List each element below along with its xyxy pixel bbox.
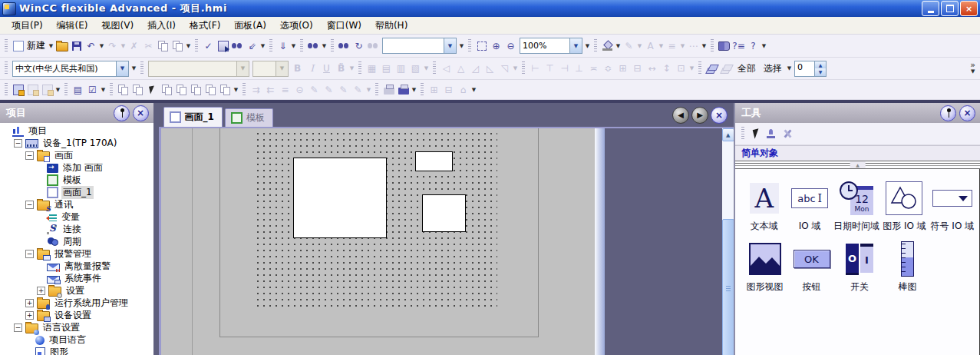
transfer-dropdown-arrow[interactable]: ▼	[259, 43, 266, 49]
toolbar-grip[interactable]	[5, 61, 8, 75]
menu-item-project[interactable]: 项目(P)	[5, 18, 50, 34]
zoom-toolbar-overflow[interactable]: ▼	[584, 43, 591, 49]
tree-expander[interactable]: −	[25, 250, 34, 258]
spinner-down-arrow[interactable]: ▼	[815, 68, 826, 76]
menu-item-edit[interactable]: 编辑(E)	[50, 18, 95, 34]
close-tab-button[interactable]: ×	[711, 107, 728, 124]
find-combo[interactable]: ▼	[382, 38, 457, 54]
layer-all-button[interactable]: 全部	[734, 61, 760, 76]
find-icon[interactable]	[307, 39, 320, 52]
undo-icon[interactable]: ↶	[84, 39, 97, 52]
toolbar-grip[interactable]	[433, 61, 436, 75]
toolbar-grip[interactable]	[5, 83, 8, 97]
find-combo-arrow[interactable]: ▼	[444, 38, 456, 53]
style-toolbar-overflow[interactable]: ▼	[701, 43, 708, 49]
menu-item-window[interactable]: 窗口(W)	[320, 18, 368, 34]
tree-expander[interactable]: +	[25, 311, 34, 320]
tree-item-label[interactable]: 报警管理	[53, 247, 93, 260]
find-next-icon[interactable]	[338, 39, 351, 52]
toolbar-grip[interactable]	[711, 39, 714, 53]
tree-item-label[interactable]: 周期	[61, 235, 83, 248]
tree-expander[interactable]: −	[14, 139, 22, 148]
spinner-up-arrow[interactable]: ▲	[815, 61, 826, 69]
send-backward-icon[interactable]	[720, 62, 733, 75]
tree-item-label[interactable]: 图形	[48, 346, 70, 355]
selection-arrow-icon[interactable]	[753, 128, 761, 139]
fill-color-arrow[interactable]: ▼	[615, 43, 622, 49]
toolbar-grip[interactable]	[468, 39, 471, 53]
toolbar-grip[interactable]	[243, 83, 246, 97]
pin-icon[interactable]	[114, 105, 130, 121]
toolbar-overflow-chevron[interactable]: »▼	[970, 61, 975, 75]
undo-dropdown-arrow[interactable]: ▼	[98, 43, 105, 49]
zoom-in-icon[interactable]: ⊕	[490, 39, 503, 52]
tree-expander[interactable]: −	[25, 151, 34, 160]
tree-item-label[interactable]: 变量	[60, 211, 81, 224]
toolbar-grip[interactable]	[64, 83, 68, 97]
help-index-icon[interactable]: ?≡	[732, 39, 745, 52]
download-dropdown-arrow[interactable]: ▼	[290, 43, 297, 49]
add-tag-icon[interactable]	[12, 83, 25, 96]
tree-item-label[interactable]: 项目语言	[48, 333, 87, 347]
simulator-icon[interactable]	[231, 39, 244, 52]
language-combo[interactable]: 中文(中华人民共和国)▼	[12, 61, 129, 77]
tree-item-label[interactable]: 设备设置	[53, 309, 93, 322]
save-icon[interactable]	[70, 39, 83, 52]
layer-spinner[interactable]: 0 ▲▼	[794, 61, 827, 77]
layer-select-button[interactable]: 选择	[760, 61, 786, 76]
print-toolbar-overflow[interactable]: ▼	[411, 87, 417, 93]
tree-item-label[interactable]: 语言设置	[41, 321, 81, 334]
minimize-button[interactable]	[922, 1, 939, 16]
copy-screen-icon[interactable]	[117, 83, 130, 96]
menu-item-insert[interactable]: 插入(I)	[140, 18, 183, 34]
toolbar-grip[interactable]	[110, 83, 113, 97]
tree-expander[interactable]: −	[14, 323, 22, 332]
zoom-combo-arrow[interactable]: ▼	[569, 38, 582, 53]
toolbar-grip[interactable]	[741, 127, 744, 141]
palette-item-bar[interactable]: 棒图	[884, 241, 931, 294]
download-icon[interactable]: ⇓	[276, 39, 289, 52]
menu-item-view[interactable]: 视图(V)	[95, 18, 141, 34]
layer-select-arrow[interactable]: ▼	[786, 65, 793, 71]
help-search-icon[interactable]: ?	[747, 39, 760, 52]
help-book-icon[interactable]	[718, 39, 731, 52]
pin-icon[interactable]	[940, 105, 956, 121]
tree-item-label[interactable]: 设置	[64, 284, 86, 297]
tree-item-label[interactable]: 项目	[27, 124, 48, 138]
scrollbar-up-arrow[interactable]: ▲	[722, 128, 734, 141]
update-screen-icon[interactable]: ▤	[71, 83, 84, 96]
stamp-icon[interactable]	[766, 129, 776, 139]
find-toolbar-overflow[interactable]: ▼	[458, 43, 465, 49]
zoom-out-icon[interactable]: ⊖	[504, 39, 517, 52]
tree-expander[interactable]: −	[25, 201, 34, 209]
check-consistency-icon[interactable]: ✓	[202, 39, 215, 52]
zoom-area-icon[interactable]	[475, 39, 488, 52]
toolbar-grip[interactable]	[421, 83, 424, 97]
toolbar-grip[interactable]	[698, 61, 701, 75]
object-tools-icon[interactable]	[782, 128, 793, 139]
tree-item-label[interactable]: 画面	[53, 149, 74, 162]
menu-item-faceplates[interactable]: 面板(A)	[227, 18, 273, 34]
canvas-vertical-scrollbar[interactable]: ▲	[722, 128, 734, 355]
section-divider[interactable]: ▲	[735, 161, 980, 169]
tab-template[interactable]: 模板	[225, 108, 273, 127]
language-toolbar-overflow[interactable]: ▼	[130, 65, 137, 71]
open-project-icon[interactable]	[55, 39, 68, 52]
tree-item-label[interactable]: 连接	[61, 223, 83, 236]
restore-button[interactable]	[941, 1, 959, 16]
toolbar-grip[interactable]	[358, 61, 361, 75]
toolbar-grip[interactable]	[300, 39, 303, 53]
clipboard-dropdown-arrow[interactable]: ▼	[185, 43, 192, 49]
tree-expander[interactable]: +	[25, 299, 34, 307]
start-runtime-icon[interactable]	[216, 39, 229, 52]
simple-objects-section[interactable]: 简单对象	[735, 145, 980, 161]
check-screen-icon[interactable]: ☑	[86, 83, 99, 96]
menu-item-options[interactable]: 选项(O)	[273, 18, 320, 34]
transfer-icon[interactable]: ⇙	[246, 39, 259, 52]
help-toolbar-overflow[interactable]: ▼	[761, 43, 767, 49]
close-panel-icon[interactable]: ×	[959, 105, 975, 121]
tree-item-label[interactable]: 系统事件	[63, 272, 103, 285]
palette-item-text-field[interactable]: A 文本域	[741, 180, 787, 233]
palette-item-switch[interactable]: O I 开关	[835, 241, 884, 294]
close-panel-icon[interactable]: ×	[133, 105, 149, 121]
